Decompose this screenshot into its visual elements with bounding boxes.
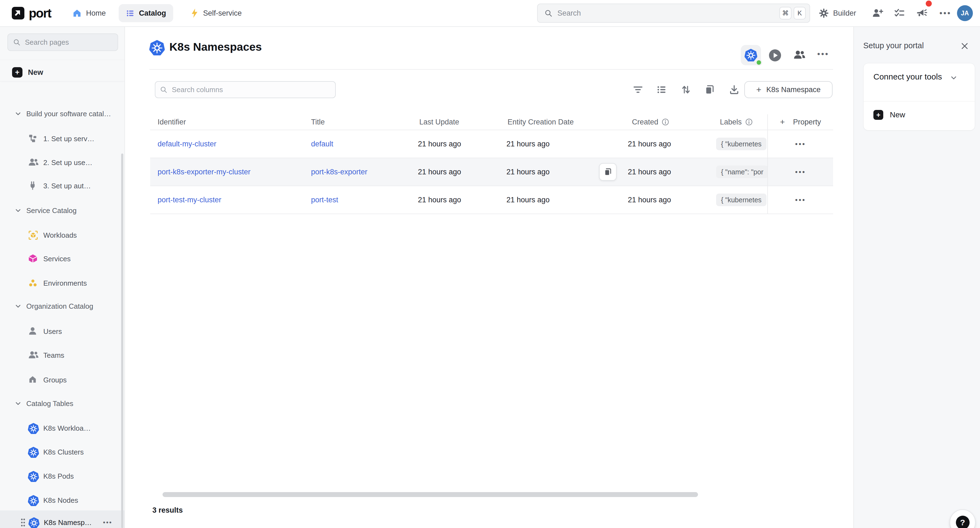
nav-catalog[interactable]: Catalog xyxy=(119,0,173,26)
sidebar-item-k8s-pods[interactable]: K8s Pods xyxy=(0,464,125,488)
filter-icon[interactable] xyxy=(633,85,643,95)
add-property-button[interactable]: + Property xyxy=(767,114,833,130)
sidebar-item-menu[interactable]: ••• xyxy=(103,519,112,526)
identifier-link[interactable]: default-my-cluster xyxy=(158,140,216,148)
group-by-icon[interactable] xyxy=(656,85,667,95)
nav-home[interactable]: Home xyxy=(72,0,106,26)
column-header-labels[interactable]: Labels xyxy=(720,114,753,130)
sidebar-item-users[interactable]: Users xyxy=(0,319,125,343)
sidebar-item-label: K8s Namesp… xyxy=(44,518,92,527)
table-row[interactable]: default-my-cluster default 21 hours ago … xyxy=(150,130,833,158)
user-avatar[interactable]: JA xyxy=(957,0,973,26)
builder-label: Builder xyxy=(833,9,856,18)
port-logo-icon xyxy=(12,7,24,19)
download-icon[interactable] xyxy=(729,85,740,95)
panel-new-button[interactable]: + New xyxy=(873,110,905,120)
title-link[interactable]: default xyxy=(311,140,333,148)
kubernetes-icon xyxy=(745,49,757,61)
sidebar-item-k8s-workloads[interactable]: K8s Workloa… xyxy=(0,416,125,440)
column-header-title[interactable]: Title xyxy=(311,114,325,130)
kubernetes-icon xyxy=(28,495,38,506)
sidebar-item-setup-users[interactable]: 2. Set up use… xyxy=(0,150,125,175)
search-columns[interactable] xyxy=(155,81,336,98)
announcements-button[interactable] xyxy=(916,0,927,26)
sidebar-new-button[interactable]: + New xyxy=(0,64,125,81)
global-search[interactable]: ⌘ K xyxy=(537,3,810,23)
global-search-input[interactable] xyxy=(557,9,777,18)
drag-handle-icon[interactable] xyxy=(20,518,26,527)
sidebar-item-label: 2. Set up use… xyxy=(43,158,92,167)
kubernetes-icon xyxy=(28,471,38,482)
labels-chip[interactable]: { "kubernetes xyxy=(716,138,767,150)
panel-title: Setup your portal xyxy=(863,41,924,50)
search-icon xyxy=(544,9,552,17)
sidebar-group-catalog-tables[interactable]: Catalog Tables xyxy=(0,391,125,416)
audience-icon[interactable] xyxy=(793,49,805,61)
sidebar-scrollbar[interactable] xyxy=(121,153,123,528)
nav-self-service[interactable]: Self-service xyxy=(191,0,242,26)
horizontal-scrollbar[interactable] xyxy=(162,492,698,497)
sidebar-group-label: Build your software catal… xyxy=(26,110,111,118)
add-entity-button[interactable]: + K8s Namespace xyxy=(744,81,832,98)
copy-value-button[interactable] xyxy=(599,163,617,181)
port-logo-text: port xyxy=(29,6,51,21)
connect-tools-title[interactable]: Connect your tools xyxy=(873,72,942,81)
sidebar-item-services[interactable]: Services xyxy=(0,247,125,271)
sidebar-group-service-catalog[interactable]: Service Catalog xyxy=(0,198,125,223)
plug-icon xyxy=(28,181,38,191)
sidebar-item-k8s-nodes[interactable]: K8s Nodes xyxy=(0,488,125,512)
row-menu-button[interactable]: ••• xyxy=(795,168,806,175)
table-row[interactable]: port-k8s-exporter-my-cluster port-k8s-ex… xyxy=(150,158,833,186)
copy-icon[interactable] xyxy=(704,85,715,95)
run-action-button[interactable] xyxy=(769,49,781,61)
column-header-created[interactable]: Created xyxy=(632,114,669,130)
identifier-link[interactable]: port-test-my-cluster xyxy=(158,196,221,204)
status-dot xyxy=(756,59,762,66)
entities-table: Identifier Title Last Update Entity Crea… xyxy=(150,114,833,214)
port-logo[interactable]: port xyxy=(12,0,51,26)
topbar-more-button[interactable]: ••• xyxy=(939,0,951,26)
close-icon[interactable] xyxy=(960,41,969,51)
sidebar-item-k8s-clusters[interactable]: K8s Clusters xyxy=(0,440,125,464)
sidebar-group-organization-catalog[interactable]: Organization Catalog xyxy=(0,294,125,318)
sidebar-search-input[interactable] xyxy=(24,38,113,47)
row-actions-cell: ••• xyxy=(767,130,833,158)
identifier-link[interactable]: port-k8s-exporter-my-cluster xyxy=(158,168,250,176)
people-icon xyxy=(28,350,38,361)
sidebar-item-setup-services[interactable]: 1. Set up serv… xyxy=(0,127,125,151)
sidebar-group-build-catalog[interactable]: Build your software catal… xyxy=(0,102,125,126)
title-link[interactable]: port-test xyxy=(311,196,338,204)
sidebar-item-environments[interactable]: Environments xyxy=(0,271,125,295)
title-link[interactable]: port-k8s-exporter xyxy=(311,168,368,176)
chevron-down-icon[interactable] xyxy=(950,74,958,82)
labels-chip[interactable]: { "kubernetes xyxy=(716,193,767,206)
invite-users-button[interactable] xyxy=(872,0,883,26)
home-icon xyxy=(72,8,82,18)
sidebar-item-workloads[interactable]: Workloads xyxy=(0,223,125,247)
sidebar-item-setup-automations[interactable]: 3. Set up aut… xyxy=(0,174,125,198)
search-columns-input[interactable] xyxy=(171,85,331,94)
column-header-last-update[interactable]: Last Update xyxy=(419,114,459,130)
question-mark-icon: ? xyxy=(956,516,970,528)
sidebar-item-k8s-namespaces-active[interactable]: K8s Namesp… ••• xyxy=(0,510,125,528)
column-header-created-label: Created xyxy=(632,118,658,126)
sidebar-group-label: Organization Catalog xyxy=(26,302,93,311)
row-menu-button[interactable]: ••• xyxy=(795,140,806,147)
column-header-identifier[interactable]: Identifier xyxy=(158,114,186,130)
builder-button[interactable]: Builder xyxy=(819,0,856,26)
table-row[interactable]: port-test-my-cluster port-test 21 hours … xyxy=(150,186,833,214)
row-menu-button[interactable]: ••• xyxy=(795,196,806,203)
sidebar-search[interactable] xyxy=(7,33,118,51)
column-header-entity-creation-date[interactable]: Entity Creation Date xyxy=(508,114,574,130)
chevron-down-icon xyxy=(14,207,22,214)
person-add-icon xyxy=(872,8,883,18)
blueprint-badge[interactable] xyxy=(741,45,761,65)
page-more-button[interactable]: ••• xyxy=(817,50,829,58)
sort-icon[interactable] xyxy=(681,85,691,95)
tasks-button[interactable] xyxy=(894,0,905,26)
labels-chip[interactable]: { "name": "por xyxy=(716,166,768,178)
table-header-row: Identifier Title Last Update Entity Crea… xyxy=(150,114,833,130)
row-actions-cell: ••• xyxy=(767,186,833,214)
sidebar-item-teams[interactable]: Teams xyxy=(0,343,125,367)
sidebar-item-groups[interactable]: Groups xyxy=(0,368,125,392)
